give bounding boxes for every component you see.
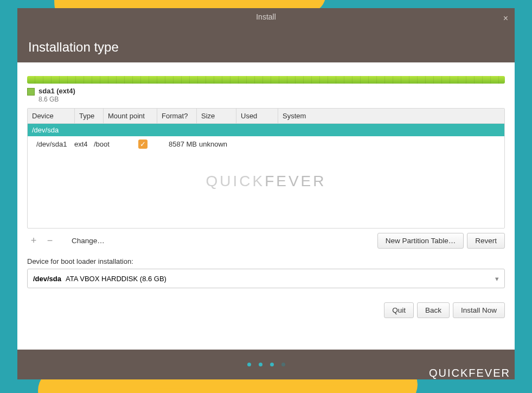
dock-indicator[interactable] [270,363,274,366]
dock-indicator[interactable] [259,363,262,366]
format-checkbox[interactable]: ✓ [138,140,148,149]
th-type[interactable]: Type [75,109,104,123]
cell-type: ext4 [74,140,94,148]
dock-indicator[interactable] [281,363,285,366]
revert-button[interactable]: Revert [467,233,505,249]
dialog-titlebar: Install × Installation type [17,8,515,62]
partition-bar[interactable] [27,76,505,84]
bootloader-desc: ATA VBOX HARDDISK (8.6 GB) [66,275,166,283]
watermark: QUICKFEVER [28,173,504,190]
th-format[interactable]: Format? [157,109,197,123]
new-partition-table-button[interactable]: New Partition Table… [377,233,464,249]
th-system[interactable]: System [278,109,504,123]
cell-mount: /boot [94,140,138,148]
table-group-row[interactable]: /dev/sda [28,124,504,136]
close-icon[interactable]: × [503,14,508,23]
cell-device: /dev/sda1 [32,140,74,148]
partition-legend: sda1 (ext4) 8.6 GB [27,87,505,104]
bootloader-device: /dev/sda [33,275,61,283]
installer-dialog: Install × Installation type sda1 (ext4) … [17,8,515,379]
back-button[interactable]: Back [417,302,450,318]
th-used[interactable]: Used [236,109,278,123]
add-partition-button[interactable]: + [27,234,40,248]
quit-button[interactable]: Quit [384,302,414,318]
cell-format: ✓ [138,140,169,149]
window-title: Install [17,8,515,21]
install-now-button[interactable]: Install Now [453,302,505,318]
bootloader-device-dropdown[interactable]: /dev/sda ATA VBOX HARDDISK (8.6 GB) ▾ [27,269,505,288]
th-size[interactable]: Size [197,109,236,123]
remove-partition-button[interactable]: − [43,234,56,248]
cell-used: unknown [199,140,232,148]
table-row[interactable]: /dev/sda1 ext4 /boot ✓ 8587 MB unknown [28,136,504,152]
legend-swatch-icon [27,88,35,96]
chevron-down-icon: ▾ [495,275,499,283]
bootloader-label: Device for boot loader installation: [27,257,505,265]
legend-title: sda1 (ext4) [39,87,75,96]
cell-size: 8587 MB [169,140,199,148]
th-device[interactable]: Device [28,109,75,123]
dock-indicator[interactable] [247,363,251,366]
partition-table: Device Type Mount point Format? Size Use… [27,108,505,229]
change-partition-button[interactable]: Change… [72,233,112,248]
legend-size: 8.6 GB [39,96,75,104]
brand-watermark: QUICKFEVER [429,367,510,379]
page-title: Installation type [28,40,119,55]
th-mount[interactable]: Mount point [104,109,157,123]
